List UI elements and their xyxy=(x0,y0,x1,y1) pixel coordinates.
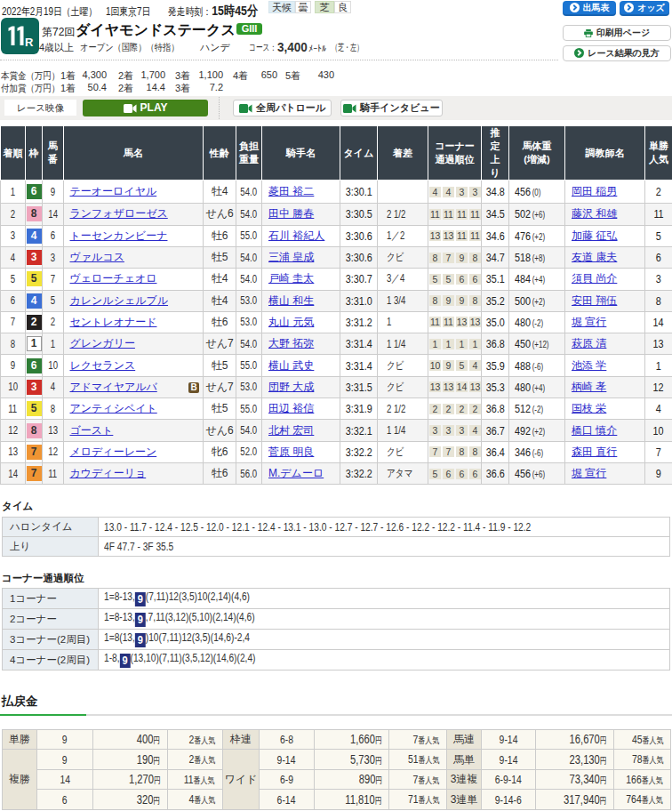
svg-text:R: R xyxy=(25,36,34,49)
